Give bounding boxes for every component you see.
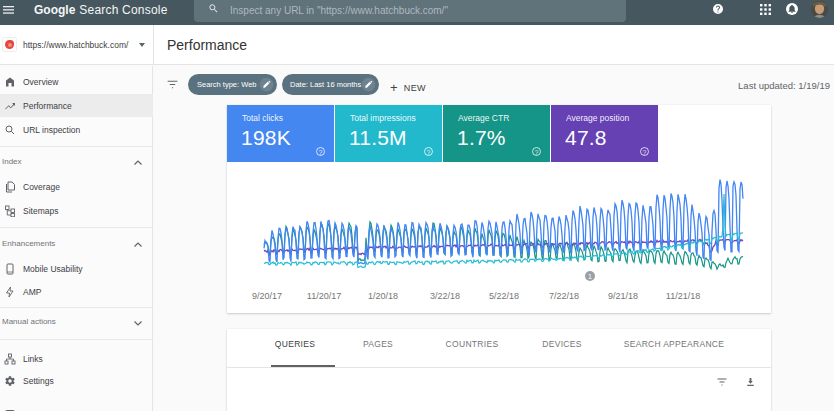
svg-text:1: 1	[588, 273, 592, 280]
